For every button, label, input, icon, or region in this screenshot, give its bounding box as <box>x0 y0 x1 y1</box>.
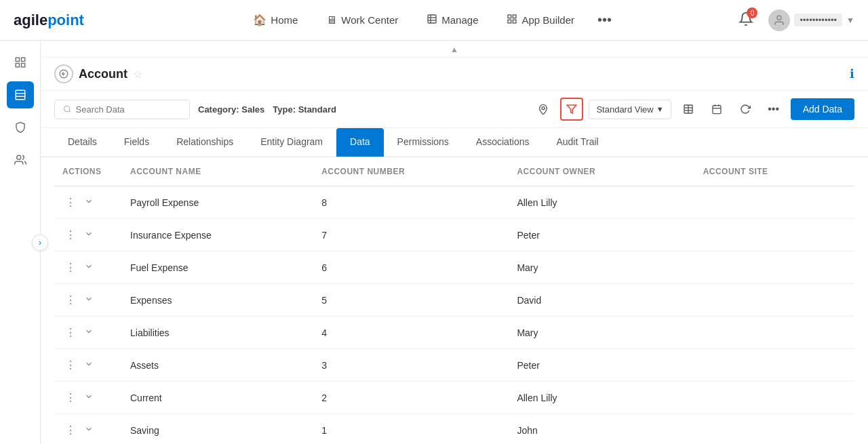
row-menu-icon[interactable]: ⋮ <box>62 390 79 405</box>
row-actions: ⋮ <box>62 260 114 275</box>
cell-account-number: 8 <box>313 186 509 219</box>
sidebar-item-entity[interactable] <box>7 81 34 108</box>
tab-permissions[interactable]: Permissions <box>384 128 462 157</box>
breadcrumb: Account ☆ <box>54 64 142 83</box>
view-chevron-icon: ▼ <box>656 105 664 113</box>
tab-associations[interactable]: Associations <box>462 128 543 157</box>
svg-rect-13 <box>16 90 25 100</box>
cell-account-number: 7 <box>313 219 509 251</box>
category-filter: Category: Sales <box>198 104 264 115</box>
row-expand-icon[interactable] <box>81 195 96 209</box>
cell-account-name: Expenses <box>122 284 313 317</box>
data-table: ACTIONS Account Name Account Number Acco… <box>54 157 854 444</box>
row-menu-icon[interactable]: ⋮ <box>62 292 79 308</box>
cell-account-name: Saving <box>122 414 313 445</box>
cell-account-number: 1 <box>313 414 509 445</box>
home-icon: 🏠 <box>253 14 267 26</box>
cell-account-name: Liabilities <box>122 317 313 349</box>
view-label: Standard View <box>596 104 653 115</box>
table-row: ⋮ Saving 1 John <box>54 414 854 445</box>
row-menu-icon[interactable]: ⋮ <box>62 195 79 210</box>
col-account-owner: Account Owner <box>509 157 694 186</box>
svg-line-20 <box>69 110 71 112</box>
sidebar-item-security[interactable] <box>7 114 34 141</box>
view-selector[interactable]: Standard View ▼ <box>589 100 671 119</box>
svg-rect-27 <box>713 106 721 114</box>
calendar-button[interactable] <box>705 98 728 121</box>
row-expand-icon[interactable] <box>81 390 96 405</box>
row-expand-icon[interactable] <box>81 228 96 242</box>
table-row: ⋮ Fuel Expense 6 Mary <box>54 251 854 284</box>
nav-app-builder[interactable]: App Builder <box>496 8 585 33</box>
cell-account-owner: Mary <box>509 251 694 284</box>
cell-account-number: 4 <box>313 317 509 349</box>
main-layout: › ▲ Account ☆ ℹ <box>0 41 868 444</box>
col-actions: ACTIONS <box>54 157 122 186</box>
svg-point-8 <box>777 16 781 20</box>
row-menu-icon[interactable]: ⋮ <box>62 227 79 243</box>
search-box[interactable] <box>54 100 190 119</box>
cell-account-owner: Peter <box>509 219 694 251</box>
row-menu-icon[interactable]: ⋮ <box>62 422 79 438</box>
nav-home[interactable]: 🏠 Home <box>242 8 309 32</box>
tab-fields[interactable]: Fields <box>111 128 163 157</box>
notification-button[interactable]: 0 <box>734 7 757 33</box>
row-expand-icon[interactable] <box>81 325 96 340</box>
tab-details[interactable]: Details <box>54 128 111 157</box>
row-actions: ⋮ <box>62 422 114 438</box>
nav-manage-label: Manage <box>441 14 478 26</box>
tab-data[interactable]: Data <box>336 128 384 157</box>
add-data-button[interactable]: Add Data <box>791 98 854 120</box>
cell-account-site <box>695 219 854 251</box>
cell-account-site <box>695 349 854 382</box>
chevron-up-icon: ▲ <box>450 45 458 54</box>
row-menu-icon[interactable]: ⋮ <box>62 325 79 340</box>
info-icon[interactable]: ℹ <box>850 66 854 81</box>
collapse-handle[interactable]: ▲ <box>41 41 868 58</box>
ellipsis-icon: ••• <box>768 103 779 115</box>
nav-work-center[interactable]: 🖥 Work Center <box>315 9 409 32</box>
sidebar-item-users[interactable] <box>7 146 34 174</box>
toolbar-actions: Standard View ▼ <box>532 98 854 121</box>
toolbar: Category: Sales Type: Standard <box>41 91 868 128</box>
more-options-button[interactable]: ••• <box>762 98 785 121</box>
nav-home-label: Home <box>271 14 298 26</box>
tabs: Details Fields Relationships Entity Diag… <box>41 128 868 157</box>
filter-button[interactable] <box>560 98 583 121</box>
excel-export-button[interactable] <box>677 98 700 121</box>
back-button[interactable] <box>54 64 73 83</box>
col-account-number: Account Number <box>313 157 509 186</box>
user-menu-button[interactable]: •••••••••••• ▼ <box>768 9 854 31</box>
nav-menu: 🏠 Home 🖥 Work Center Manage Ap <box>125 8 735 33</box>
table-body: ⋮ Payroll Expense 8 Allen Lilly ⋮ <box>54 186 854 445</box>
sidebar-expand-button[interactable]: › <box>32 235 48 251</box>
nav-right-area: 0 •••••••••••• ▼ <box>734 7 854 33</box>
row-menu-icon[interactable]: ⋮ <box>62 260 79 275</box>
favorite-icon[interactable]: ☆ <box>133 68 142 81</box>
grid-icon <box>507 14 517 27</box>
sidebar-item-dashboard[interactable] <box>7 49 34 76</box>
search-input[interactable] <box>76 104 181 115</box>
sidebar: › <box>0 41 41 444</box>
tab-audit-trail[interactable]: Audit Trail <box>542 128 612 157</box>
row-expand-icon[interactable] <box>81 423 96 437</box>
table-row: ⋮ Liabilities 4 Mary <box>54 317 854 349</box>
row-actions: ⋮ <box>62 325 114 340</box>
refresh-button[interactable] <box>734 98 757 121</box>
svg-rect-12 <box>21 64 24 67</box>
row-expand-icon[interactable] <box>81 293 96 307</box>
location-button[interactable] <box>532 98 555 121</box>
logo[interactable]: agilepoint <box>14 12 84 29</box>
type-value: Standard <box>298 104 336 115</box>
tab-entity-diagram[interactable]: Entity Diagram <box>247 128 336 157</box>
row-expand-icon[interactable] <box>81 358 96 372</box>
table-row: ⋮ Payroll Expense 8 Allen Lilly <box>54 186 854 219</box>
cell-account-name: Assets <box>122 349 313 382</box>
svg-rect-11 <box>16 64 19 67</box>
tab-relationships[interactable]: Relationships <box>163 128 247 157</box>
nav-manage[interactable]: Manage <box>416 8 489 33</box>
svg-rect-10 <box>21 58 24 61</box>
row-menu-icon[interactable]: ⋮ <box>62 357 79 373</box>
row-expand-icon[interactable] <box>81 260 96 275</box>
nav-more[interactable]: ••• <box>592 9 617 31</box>
